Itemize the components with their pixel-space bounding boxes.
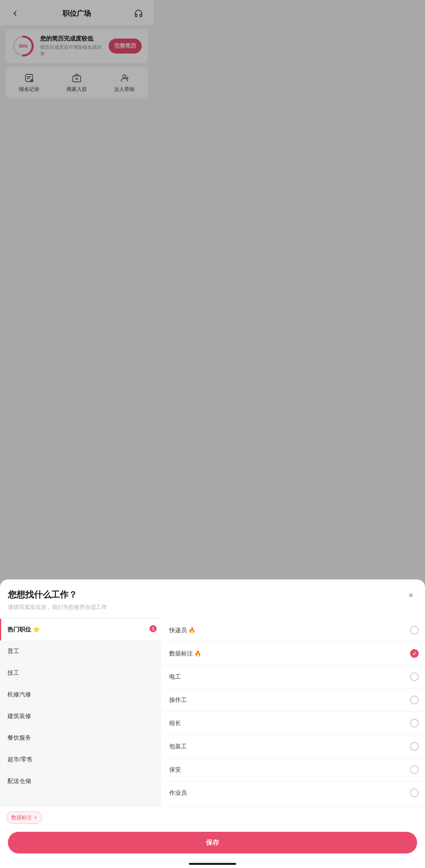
tag-close-data[interactable]: × — [34, 815, 37, 820]
tag-label-data: 数据标注 — [11, 814, 32, 821]
sheet-title: 您想找什么工作？ — [8, 589, 77, 601]
category-item-hot[interactable]: 热门职位 ⭐ 1 — [0, 619, 153, 640]
category-label-general: 普工 — [7, 648, 19, 654]
save-button[interactable]: 保存 — [8, 832, 153, 853]
category-label-market: 超市/零售 — [7, 756, 33, 763]
category-badge-hot: 1 — [150, 625, 153, 632]
category-item-market[interactable]: 超市/零售 — [0, 749, 153, 770]
category-label-food: 餐饮服务 — [7, 734, 31, 741]
category-item-tech[interactable]: 技工 — [0, 662, 153, 684]
category-label-hot: 热门职位 ⭐ — [7, 626, 40, 633]
sheet-subtitle: 请填写真实信息，我们为您推荐合适工作 — [0, 604, 153, 617]
category-item-mech[interactable]: 机修汽修 — [0, 684, 153, 705]
sheet-header: 您想找什么工作？ × — [0, 579, 153, 604]
category-item-constr[interactable]: 建筑装修 — [0, 705, 153, 727]
category-label-delivery: 配送仓储 — [7, 777, 31, 784]
category-label-mech: 机修汽修 — [7, 691, 31, 698]
category-label-tech: 技工 — [7, 669, 19, 676]
job-selection-sheet: 您想找什么工作？ × 请填写真实信息，我们为您推荐合适工作 热门职位 ⭐ 1 普… — [0, 579, 153, 868]
save-section: 保存 — [0, 827, 153, 861]
tag-data[interactable]: 数据标注 × — [6, 811, 42, 824]
category-item-general[interactable]: 普工 — [0, 640, 153, 662]
category-list: 热门职位 ⭐ 1 普工 技工 机修汽修 建筑装修 餐饮服务 超市/零售 配送 — [0, 617, 153, 806]
sheet-content: 热门职位 ⭐ 1 普工 技工 机修汽修 建筑装修 餐饮服务 超市/零售 配送 — [0, 617, 153, 806]
category-label-constr: 建筑装修 — [7, 713, 31, 719]
category-item-food[interactable]: 餐饮服务 — [0, 727, 153, 749]
category-item-delivery[interactable]: 配送仓储 — [0, 770, 153, 792]
selected-tags: 数据标注 × — [0, 806, 153, 827]
